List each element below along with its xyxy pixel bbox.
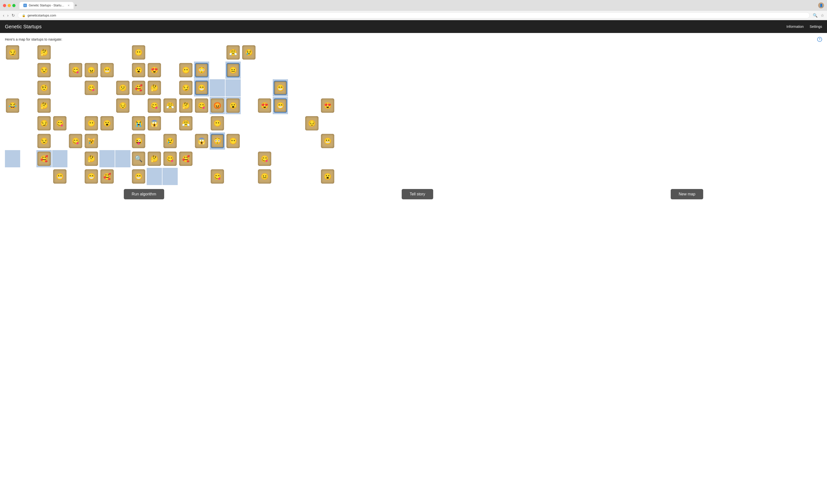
grid-cell[interactable] bbox=[257, 61, 272, 79]
grid-cell[interactable]: 🔍 bbox=[131, 150, 146, 167]
face-emoji[interactable]: 😶 bbox=[132, 45, 145, 59]
grid-cell[interactable] bbox=[84, 44, 99, 61]
grid-cell[interactable]: 😏 bbox=[5, 44, 20, 61]
grid-cell[interactable] bbox=[115, 61, 131, 79]
face-emoji[interactable]: 😳 bbox=[195, 63, 208, 77]
grid-cell[interactable] bbox=[21, 97, 36, 114]
grid-cell[interactable] bbox=[37, 168, 52, 185]
grid-cell[interactable]: 😜 bbox=[131, 133, 146, 150]
face-emoji[interactable]: 😋 bbox=[258, 152, 271, 166]
face-emoji[interactable]: 😶 bbox=[179, 63, 192, 77]
grid-cell[interactable]: 😶 bbox=[178, 61, 193, 79]
grid-cell[interactable]: 🥰 bbox=[99, 168, 115, 185]
grid-cell[interactable]: 🥰 bbox=[37, 150, 52, 167]
grid-cell[interactable] bbox=[288, 133, 304, 150]
nav-information[interactable]: Information bbox=[786, 24, 804, 29]
face-emoji[interactable]: 😋 bbox=[163, 152, 177, 166]
grid-cell[interactable] bbox=[320, 61, 335, 79]
grid-cell[interactable] bbox=[320, 79, 335, 96]
grid-cell[interactable]: 😁 bbox=[194, 79, 209, 96]
grid-cell[interactable]: 🤔 bbox=[178, 97, 193, 114]
grid-cell[interactable] bbox=[52, 79, 67, 96]
face-emoji[interactable]: 🤨 bbox=[37, 81, 51, 95]
face-emoji[interactable]: 🤔 bbox=[37, 98, 51, 113]
grid-cell[interactable] bbox=[320, 44, 335, 61]
nav-settings[interactable]: Settings bbox=[810, 24, 822, 29]
face-emoji[interactable]: 😡 bbox=[211, 98, 224, 113]
grid-cell[interactable]: 😋 bbox=[194, 97, 209, 114]
new-map-button[interactable]: New map bbox=[671, 189, 703, 199]
grid-cell[interactable] bbox=[241, 168, 256, 185]
grid-cell[interactable]: 😔 bbox=[115, 97, 131, 114]
grid-cell[interactable]: 😠 bbox=[84, 61, 99, 79]
grid-cell[interactable]: 😏 bbox=[37, 115, 52, 132]
grid-cell[interactable] bbox=[288, 115, 304, 132]
grid-cell[interactable]: 😬 bbox=[99, 61, 115, 79]
grid-cell[interactable] bbox=[68, 168, 83, 185]
grid-cell[interactable] bbox=[304, 97, 320, 114]
grid-cell[interactable]: 😁 bbox=[131, 168, 146, 185]
run-algorithm-button[interactable]: Run algorithm bbox=[124, 189, 164, 199]
face-emoji[interactable]: 😏 bbox=[179, 81, 192, 95]
grid-cell[interactable] bbox=[288, 97, 304, 114]
grid-cell[interactable] bbox=[178, 44, 193, 61]
grid-cell[interactable] bbox=[52, 133, 67, 150]
grid-cell[interactable] bbox=[5, 61, 20, 79]
face-emoji[interactable]: 😐 bbox=[258, 169, 271, 184]
face-emoji[interactable]: 😠 bbox=[85, 63, 98, 77]
grid-cell[interactable]: 😤 bbox=[226, 44, 241, 61]
grid-cell[interactable] bbox=[21, 61, 36, 79]
grid-cell[interactable]: 😮 bbox=[99, 115, 115, 132]
face-emoji[interactable]: 😿 bbox=[85, 134, 98, 148]
grid-cell[interactable] bbox=[273, 44, 288, 61]
face-emoji[interactable]: 😁 bbox=[274, 81, 287, 95]
face-emoji[interactable]: 🤔 bbox=[85, 152, 98, 166]
face-emoji[interactable]: 😍 bbox=[148, 63, 161, 77]
grid-cell[interactable] bbox=[162, 61, 178, 79]
face-emoji[interactable]: 🥰 bbox=[179, 152, 192, 166]
grid-cell[interactable] bbox=[210, 44, 225, 61]
grid-cell[interactable] bbox=[162, 115, 178, 132]
grid-cell[interactable]: 🤔 bbox=[147, 79, 162, 96]
face-emoji[interactable]: 😮 bbox=[100, 116, 114, 131]
grid-cell[interactable] bbox=[273, 133, 288, 150]
grid-cell[interactable] bbox=[21, 168, 36, 185]
face-emoji[interactable]: 😮 bbox=[132, 63, 145, 77]
url-bar[interactable]: 🔒 geneticstartups.com bbox=[18, 12, 810, 18]
grid-cell[interactable] bbox=[21, 79, 36, 96]
grid-cell[interactable]: 😋 bbox=[68, 61, 83, 79]
grid-cell[interactable] bbox=[304, 150, 320, 167]
grid-cell[interactable]: 😋 bbox=[147, 97, 162, 114]
grid-cell[interactable]: 😢 bbox=[162, 133, 178, 150]
grid-cell[interactable] bbox=[273, 115, 288, 132]
grid-cell[interactable] bbox=[99, 79, 115, 96]
grid-cell[interactable]: 😮 bbox=[320, 168, 335, 185]
face-emoji[interactable]: 😒 bbox=[37, 134, 51, 148]
grid-cell[interactable] bbox=[115, 150, 131, 167]
grid-cell[interactable]: 😁 bbox=[273, 79, 288, 96]
face-emoji[interactable]: 🥰 bbox=[132, 81, 145, 95]
grid-cell[interactable]: 😮 bbox=[226, 97, 241, 114]
face-emoji[interactable]: 😱 bbox=[195, 134, 208, 148]
grid-cell[interactable] bbox=[162, 168, 178, 185]
grid-cell[interactable] bbox=[241, 115, 256, 132]
face-emoji[interactable]: 😤 bbox=[163, 98, 177, 113]
grid-cell[interactable] bbox=[99, 97, 115, 114]
grid-cell[interactable] bbox=[115, 44, 131, 61]
face-emoji[interactable]: 😢 bbox=[163, 134, 177, 148]
grid-cell[interactable]: 😏 bbox=[178, 79, 193, 96]
grid-cell[interactable]: 😁 bbox=[273, 97, 288, 114]
grid-cell[interactable]: 😿 bbox=[84, 133, 99, 150]
grid-cell[interactable] bbox=[320, 115, 335, 132]
face-emoji[interactable]: 🥰 bbox=[37, 152, 51, 166]
grid-cell[interactable] bbox=[226, 115, 241, 132]
grid-cell[interactable]: 😐 bbox=[226, 61, 241, 79]
face-emoji[interactable]: 😮 bbox=[227, 98, 240, 113]
grid-cell[interactable] bbox=[304, 61, 320, 79]
new-tab-button[interactable]: + bbox=[75, 3, 77, 8]
face-emoji[interactable]: 😒 bbox=[37, 63, 51, 77]
face-emoji[interactable]: 😮 bbox=[321, 169, 334, 184]
grid-cell[interactable]: 😱 bbox=[194, 133, 209, 150]
grid-cell[interactable] bbox=[21, 150, 36, 167]
grid-cell[interactable] bbox=[5, 168, 20, 185]
